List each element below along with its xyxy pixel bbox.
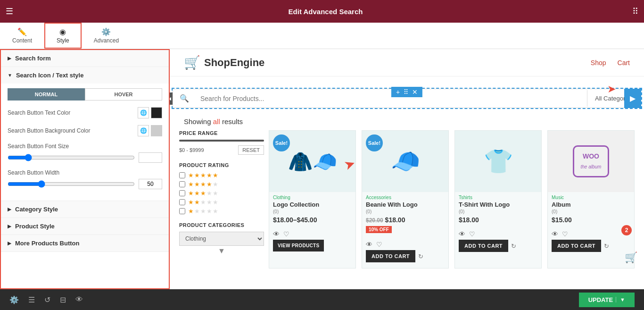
shop-nav: Shop Cart xyxy=(591,59,630,67)
bg-color-globe[interactable]: 🌐 xyxy=(138,125,149,136)
product-category-1: Clothing xyxy=(273,195,352,200)
toggle-hover[interactable]: HOVER xyxy=(85,88,162,101)
toolbar-plus[interactable]: + xyxy=(396,88,400,96)
tool-responsive[interactable]: ⊟ xyxy=(60,295,66,304)
left-collapse-btn[interactable]: ◀ xyxy=(170,92,173,105)
sale-badge-1: Sale! xyxy=(273,134,290,151)
text-color-swatch[interactable] xyxy=(151,107,162,118)
tool-history[interactable]: ↺ xyxy=(44,295,50,304)
rating-2-checkbox[interactable] xyxy=(179,199,185,205)
nav-shop[interactable]: Shop xyxy=(591,59,606,67)
eye-icon-3[interactable]: 👁 xyxy=(459,230,465,238)
toggle-normal[interactable]: NORMAL xyxy=(8,88,85,101)
logo-icon: 🛒 xyxy=(184,55,200,70)
product-style-header[interactable]: ▶ Product Style xyxy=(1,218,169,235)
add-to-cart-button-4[interactable]: ADD TO CART xyxy=(552,240,601,252)
refresh-icon-2[interactable]: ↻ xyxy=(418,253,423,260)
stars-5: ★★★★★ xyxy=(188,172,219,179)
heart-icon-4[interactable]: ♡ xyxy=(562,230,568,238)
search-icon-label: Search Icon / Text style xyxy=(16,72,84,79)
rating-3-checkbox[interactable] xyxy=(179,190,185,196)
rating-1-checkbox[interactable] xyxy=(179,208,185,214)
add-to-cart-button-3[interactable]: ADD TO CART xyxy=(459,240,508,252)
more-products-label: More Products Button xyxy=(15,240,80,247)
results-header: Showing all results xyxy=(174,113,639,130)
heart-icon-1[interactable]: ♡ xyxy=(283,230,289,238)
tab-style[interactable]: ◉ Style xyxy=(44,23,82,49)
update-dropdown-arrow[interactable]: ▼ xyxy=(616,297,625,302)
eye-icon-4[interactable]: 👁 xyxy=(552,230,558,238)
toolbar-close[interactable]: ✕ xyxy=(412,88,418,96)
more-products-arrow: ▶ xyxy=(8,241,11,246)
hamburger-icon[interactable]: ☰ xyxy=(6,6,13,17)
update-label: UPDATE xyxy=(588,296,613,303)
refresh-icon-3[interactable]: ↻ xyxy=(511,243,516,250)
font-size-slider-row xyxy=(8,152,162,163)
left-panel: ▶ Search form ▼ Search Icon / Text style… xyxy=(0,49,170,289)
rating-5-checkbox[interactable] xyxy=(179,172,185,178)
section-search-form: ▶ Search form xyxy=(1,50,169,67)
width-input[interactable]: 50 xyxy=(139,179,162,189)
shop-header: 🛒 ShopEngine Shop Cart ➤ xyxy=(170,49,644,76)
text-color-controls: 🌐 xyxy=(138,107,162,118)
reset-button[interactable]: RESET xyxy=(238,145,264,155)
shop-name: ShopEngine xyxy=(204,57,264,69)
right-arrow-indicator[interactable]: ▶ xyxy=(624,89,641,108)
price-range-values: $0 - $9999 xyxy=(179,147,204,153)
results-area: ➤ Showing all results PRICE RANGE xyxy=(170,109,644,268)
cart-area: 2 🛒 xyxy=(625,250,637,264)
eye-icon-1[interactable]: 👁 xyxy=(273,230,280,238)
product-reviews-4: (0) xyxy=(552,209,630,214)
product-info-1: Clothing Logo Collection (0) $18.00–$45.… xyxy=(269,192,355,228)
tool-layers[interactable]: ☰ xyxy=(28,295,35,304)
heart-icon-3[interactable]: ♡ xyxy=(469,230,475,238)
section-search-form-header[interactable]: ▶ Search form xyxy=(1,50,169,67)
view-btn-wrapper: VIEW PRODUCTS xyxy=(269,240,355,253)
bg-color-swatch[interactable] xyxy=(151,125,162,136)
heart-icon-2[interactable]: ♡ xyxy=(376,241,382,248)
sale-price-2: $18.00 xyxy=(385,216,405,224)
product-name-1: Logo Collection xyxy=(273,201,352,208)
width-slider[interactable] xyxy=(8,180,135,188)
grid-icon[interactable]: ⠿ xyxy=(632,6,638,17)
search-icon[interactable]: 🔍 xyxy=(173,89,196,108)
filters-sidebar: PRICE RANGE $0 - $9999 RESET PRODUCT xyxy=(179,130,264,268)
section-search-icon-header[interactable]: ▼ Search Icon / Text style xyxy=(1,67,169,84)
content-tab-icon: ✏️ xyxy=(17,27,27,36)
search-icon-content: NORMAL HOVER Search Button Text Color 🌐 … xyxy=(1,84,169,201)
discount-badge-2: 10% OFF xyxy=(366,226,392,233)
product-category-2: Accessories xyxy=(366,195,445,200)
original-price-2: $20.00 xyxy=(366,217,383,224)
rating-4-checkbox[interactable] xyxy=(179,181,185,187)
nav-cart[interactable]: Cart xyxy=(618,59,630,67)
update-button[interactable]: UPDATE ▼ xyxy=(579,293,635,307)
tool-preview[interactable]: 👁 xyxy=(75,295,83,304)
eye-icon-2[interactable]: 👁 xyxy=(366,241,372,248)
view-products-button[interactable]: VIEW PRODUCTS xyxy=(273,240,324,251)
add-to-cart-button-2[interactable]: ADD TO CART xyxy=(366,250,415,262)
more-products-header[interactable]: ▶ More Products Button xyxy=(1,235,169,251)
product-rating-section: PRODUCT RATING ★★★★★ ★★★★★ xyxy=(179,162,264,215)
cart-icon[interactable]: 🛒 xyxy=(625,251,637,264)
tab-advanced[interactable]: ⚙️ Advanced xyxy=(82,23,131,49)
section-product-style: ▶ Product Style xyxy=(1,218,169,235)
form-row-bg-color: Search Button Background Color 🌐 xyxy=(8,125,162,136)
categories-dropdown[interactable]: Clothing xyxy=(179,232,264,246)
product-reviews-3: (0) xyxy=(459,209,537,214)
text-color-globe[interactable]: 🌐 xyxy=(138,107,149,118)
add-cart-wrapper-2: ADD TO CART ↻ xyxy=(362,250,448,264)
rating-row-5: ★★★★★ xyxy=(179,172,264,179)
category-style-header[interactable]: ▶ Category Style xyxy=(1,201,169,218)
product-actions-2: 👁 ♡ xyxy=(362,239,448,250)
font-size-input[interactable] xyxy=(139,152,162,163)
refresh-icon-4[interactable]: ↻ xyxy=(604,243,609,250)
tab-bar: ✏️ Content ◉ Style ⚙️ Advanced xyxy=(0,23,644,49)
price-range-title: PRICE RANGE xyxy=(179,130,264,136)
font-size-slider[interactable] xyxy=(8,154,135,161)
tab-content[interactable]: ✏️ Content xyxy=(0,23,44,49)
rating-row-4: ★★★★★ xyxy=(179,181,264,188)
categories-chevron[interactable]: ▼ xyxy=(179,247,264,255)
tool-settings[interactable]: ⚙️ xyxy=(9,295,19,304)
toolbar-move[interactable]: ⠿ xyxy=(404,88,408,96)
section-category-style: ▶ Category Style xyxy=(1,201,169,218)
